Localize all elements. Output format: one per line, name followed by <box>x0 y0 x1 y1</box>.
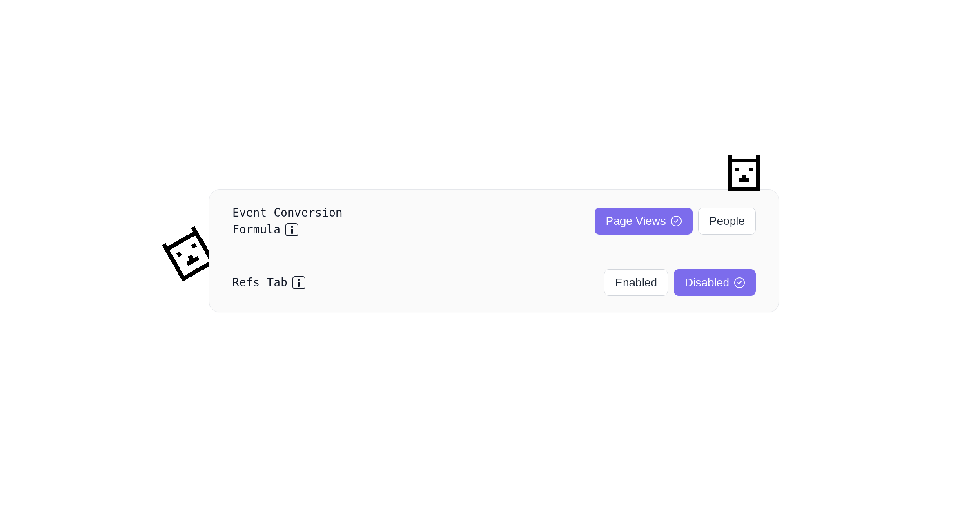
svg-rect-2 <box>728 159 732 162</box>
svg-rect-6 <box>756 162 760 187</box>
svg-rect-0 <box>728 155 732 159</box>
option-label: Disabled <box>685 275 729 290</box>
toggle-group: Enabled Disabled <box>604 269 756 296</box>
check-circle-icon <box>734 277 745 288</box>
setting-label-line2: Formula <box>232 223 281 236</box>
svg-rect-20 <box>176 251 182 257</box>
option-label: Enabled <box>615 275 657 290</box>
setting-label-line1: Event Conversion <box>232 206 343 219</box>
svg-rect-10 <box>742 175 746 178</box>
svg-rect-16 <box>167 232 195 250</box>
svg-rect-9 <box>749 168 753 171</box>
svg-rect-5 <box>728 162 732 187</box>
option-people[interactable]: People <box>698 208 756 234</box>
svg-rect-4 <box>732 159 757 162</box>
setting-label-group: Event Conversion Formula <box>232 206 343 236</box>
info-icon[interactable] <box>292 276 305 289</box>
setting-label-group: Refs Tab <box>232 276 305 289</box>
check-circle-icon <box>671 216 682 226</box>
option-disabled[interactable]: Disabled <box>674 269 756 296</box>
info-icon[interactable] <box>285 223 298 236</box>
svg-rect-11 <box>739 178 749 182</box>
bear-decoration-top <box>723 152 765 194</box>
setting-row-event-conversion: Event Conversion Formula Page Views Peop… <box>232 190 756 253</box>
svg-rect-1 <box>756 155 760 159</box>
option-label: Page Views <box>606 213 666 229</box>
settings-card: Event Conversion Formula Page Views Peop… <box>209 189 779 312</box>
toggle-group: Page Views People <box>595 208 756 234</box>
svg-rect-21 <box>191 243 197 249</box>
svg-rect-3 <box>756 159 760 162</box>
option-page-views[interactable]: Page Views <box>595 208 692 234</box>
option-enabled[interactable]: Enabled <box>604 269 668 296</box>
option-label: People <box>709 213 745 229</box>
setting-row-refs-tab: Refs Tab Enabled Disabled <box>232 253 756 312</box>
setting-label-line1: Refs Tab <box>232 276 287 289</box>
svg-rect-7 <box>728 187 760 191</box>
svg-rect-8 <box>735 168 739 171</box>
